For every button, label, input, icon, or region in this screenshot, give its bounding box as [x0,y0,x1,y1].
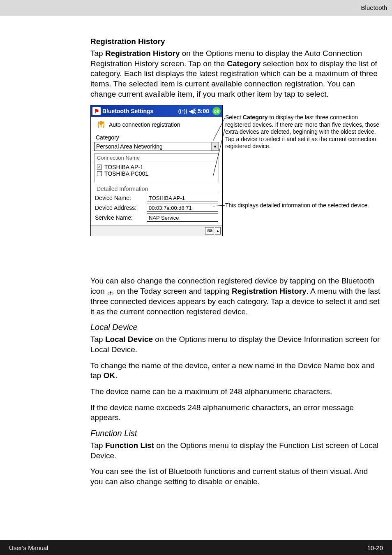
start-icon[interactable]: ⚑ [92,107,101,115]
clock: 5:00 [198,108,209,114]
speaker-icon: ◀ξ [189,108,196,114]
list-header: Connection Name [95,154,219,162]
footer: User's Manual 10-20 [0,540,392,555]
detail-label: Detailed Information [95,186,220,192]
kv-value: TOSHIBA AP-1 [147,194,218,202]
paragraph-local-1: Tap Local Device on the Options menu to … [90,334,381,355]
heading-function-list: Function List [90,429,381,438]
paragraph-local-3: The device name can be a maximum of 248 … [90,387,381,397]
paragraph-local-4: If the device name exceeds 248 alphanume… [90,403,381,423]
callout-category: Select Category to display the last thre… [225,114,381,150]
list-item-label: TOSHIBA PC001 [104,170,148,177]
checkbox-icon[interactable] [97,171,102,176]
header-section: Bluetooth [361,4,387,11]
category-dropdown[interactable]: Personal Area Networking ▼ [94,142,219,151]
heading-registration-history: Registration History [90,37,381,46]
kv-key: Device Name: [95,195,144,201]
category-label: Category [93,134,220,141]
sip-bar: ⌨ ▲ [91,225,222,236]
bluetooth-icon [96,119,106,130]
kv-row: Device Name: TOSHIBA AP-1 [95,194,218,202]
signal-icon: ((↑)) [178,108,187,114]
ok-button[interactable]: ok [212,107,221,115]
bluetooth-inline-icon [107,289,114,295]
svg-point-0 [100,122,103,125]
subtitle: Auto connection registration [109,121,180,128]
up-arrow-icon[interactable]: ▲ [215,227,221,235]
callout-column: Select Category to display the last thre… [225,105,381,269]
dropdown-arrow-icon[interactable]: ▼ [211,142,219,151]
checkbox-icon[interactable]: ✓ [97,165,102,170]
kv-key: Device Address: [95,204,144,211]
window-titlebar: ⚑ Bluetooth Settings ((↑)) ◀ξ 5:00 ok [91,105,222,117]
header-bar: Bluetooth [0,0,392,16]
heading-local-device: Local Device [90,323,381,332]
figure-area: ⚑ Bluetooth Settings ((↑)) ◀ξ 5:00 ok Au… [90,105,381,269]
kv-key: Service Name: [95,214,144,221]
keyboard-icon[interactable]: ⌨ [205,227,214,235]
paragraph-today: You can also change the connection regis… [90,276,381,317]
paragraph-local-2: To change the name of the device, enter … [90,361,381,381]
list-item[interactable]: TOSHIBA PC001 [97,170,216,177]
svg-point-5 [110,292,111,293]
callout-detail: This displays detailed information of th… [225,202,381,209]
kv-value: 00:03:7a:00:d8:71 [147,204,218,212]
list-item-label: TOSHIBA AP-1 [104,164,143,170]
list-item[interactable]: ✓ TOSHIBA AP-1 [97,164,216,170]
paragraph-intro: Tap Registration History on the Options … [90,49,381,99]
kv-row: Service Name: NAP Service [95,214,218,222]
category-value: Personal Area Networking [96,143,163,150]
footer-left: User's Manual [9,544,48,551]
paragraph-func-1: Tap Function List on the Options menu to… [90,441,381,461]
kv-row: Device Address: 00:03:7a:00:d8:71 [95,204,218,212]
window-title: Bluetooth Settings [102,108,153,114]
kv-value: NAP Service [147,214,218,222]
paragraph-func-2: You can see the list of Bluetooth functi… [90,467,381,487]
connection-list: Connection Name ✓ TOSHIBA AP-1 TOSHIBA P… [94,153,219,182]
footer-right: 10-20 [367,544,383,551]
device-screenshot: ⚑ Bluetooth Settings ((↑)) ◀ξ 5:00 ok Au… [90,105,223,236]
